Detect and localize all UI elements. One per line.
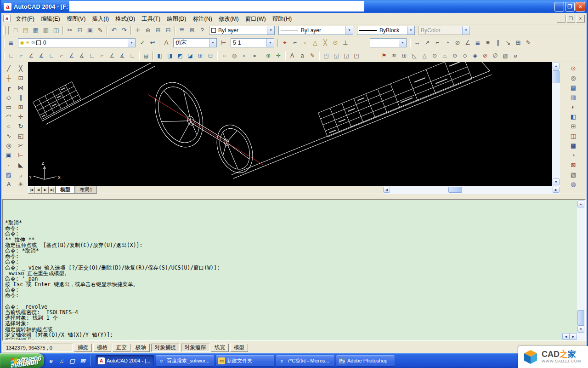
chevron-down-icon[interactable]: ▼ — [209, 39, 216, 47]
minimize-button[interactable]: _ — [554, 2, 564, 12]
layer-lock-icon[interactable]: ⊘ — [31, 40, 35, 45]
erase-icon[interactable]: ╳ — [16, 63, 26, 73]
trim-icon[interactable]: ✂ — [16, 141, 26, 150]
circle-icon[interactable]: ○ — [4, 121, 14, 131]
dim-aligned-icon[interactable]: ↗ — [422, 38, 432, 47]
triangle-icon[interactable]: △ — [419, 51, 430, 60]
otrack-toggle[interactable]: 对象追踪 — [181, 344, 209, 352]
snap-toggle[interactable]: 捕捉 — [74, 344, 92, 352]
circle-dot-icon[interactable]: ⊙ — [568, 63, 578, 73]
wireframe-3d-icon[interactable]: ◍ — [229, 51, 239, 60]
ucs-face-icon[interactable]: ∟ — [46, 51, 57, 60]
ucs-z-icon[interactable]: ∡ — [117, 51, 127, 60]
empty-style-dropdown[interactable]: ▼ — [370, 38, 407, 47]
mirror-icon[interactable]: ⋈ — [16, 83, 26, 92]
save-icon[interactable]: ▦ — [31, 26, 41, 35]
rows-icon[interactable]: ▤ — [568, 83, 578, 92]
empty-set-icon[interactable]: ∅ — [490, 51, 500, 60]
chevron-down-icon[interactable]: ▼ — [407, 26, 414, 34]
menu-item[interactable]: 视图(V) — [63, 15, 89, 23]
ellipse-icon[interactable]: ◎ — [4, 141, 14, 150]
model-toggle[interactable]: 模型 — [230, 344, 248, 352]
ucs-object-icon[interactable]: ∡ — [36, 51, 46, 60]
show-desktop-icon[interactable]: ▢ — [68, 356, 77, 365]
dim-angular-icon[interactable]: ∠ — [463, 38, 473, 47]
rotate-icon[interactable]: ↻ — [16, 121, 26, 131]
ucs-world-icon[interactable]: ⌐ — [16, 51, 26, 60]
close-button[interactable]: × — [576, 2, 585, 12]
hatch-box-icon[interactable]: ▧ — [568, 170, 578, 179]
scrollbar-thumb[interactable] — [577, 310, 584, 326]
ucs-apply-icon[interactable]: ∟ — [127, 51, 137, 60]
dim-edit-icon[interactable]: ✎ — [523, 38, 533, 47]
snap-from-icon[interactable]: ⌐ — [290, 38, 300, 47]
redo-icon[interactable]: ↷ — [119, 26, 129, 35]
tab-nav-button[interactable]: ◀ — [35, 186, 42, 194]
match-properties-icon[interactable]: ✎ — [95, 26, 105, 35]
paste-icon[interactable]: ▣ — [85, 26, 95, 35]
scale-icon[interactable]: ◱ — [16, 131, 26, 141]
tab-nav-button[interactable]: ▶ — [42, 186, 49, 194]
quarter-circle-icon[interactable]: ◔ — [568, 150, 578, 160]
polyline-icon[interactable]: ┏ — [4, 83, 14, 92]
layer-freeze-sun-icon[interactable]: ☀ — [26, 40, 30, 45]
scroll-left-icon[interactable]: ◀ — [562, 333, 570, 340]
lineweight-toggle[interactable]: 线宽 — [211, 344, 229, 352]
canvas-vertical-scrollbar[interactable]: ▲ ▼ — [552, 62, 560, 186]
pan-icon[interactable]: ✛ — [133, 26, 143, 35]
dim-baseline-icon[interactable]: ≡ — [483, 38, 493, 47]
start-button[interactable]: #f35325#81bc06#05a6f0#ffba08 开始 — [0, 353, 44, 368]
hidden-shade-icon[interactable]: ◐ — [239, 51, 249, 60]
flag-icon[interactable]: ⚑ — [379, 51, 389, 60]
circled-dot-icon[interactable]: ⊙ — [430, 51, 440, 60]
scroll-up-icon[interactable]: ▲ — [553, 63, 560, 69]
snap-intersection-icon[interactable]: ╳ — [320, 38, 330, 47]
layer-properties-icon[interactable]: ≣ — [6, 38, 16, 47]
canvas-horizontal-scrollbar[interactable]: ◀ ▶ — [383, 186, 560, 194]
solid-cylinder-icon[interactable]: ◲ — [341, 51, 351, 60]
viewport-4-icon[interactable]: ⊟ — [205, 51, 215, 60]
line-icon[interactable]: ╱ — [4, 63, 14, 73]
toolbar-grip[interactable] — [3, 26, 6, 34]
zoom-realtime-icon[interactable]: ⊕ — [143, 26, 153, 35]
dock-splitter[interactable] — [1, 194, 587, 198]
ucs-origin-icon[interactable]: ∠ — [67, 51, 77, 60]
dim-continue-icon[interactable]: ∥ — [493, 38, 503, 47]
mdi-document-icon[interactable]: a — [3, 15, 11, 22]
media-player-icon[interactable]: ♫ — [57, 356, 66, 365]
viewport-polygonal-icon[interactable]: ◨ — [165, 51, 175, 60]
menu-item[interactable]: 帮助(H) — [269, 15, 295, 23]
linetype-control-dropdown[interactable]: ByLayer ▼ — [278, 26, 353, 35]
fillet-icon[interactable]: ◞ — [16, 170, 26, 179]
ucs-previous-icon[interactable]: ∠ — [26, 51, 36, 60]
diamond-dot-icon[interactable]: ◈ — [470, 51, 480, 60]
designcenter-icon[interactable]: ⊠ — [187, 26, 197, 35]
boxed-x-icon[interactable]: ⊠ — [568, 160, 578, 170]
hatch-square-icon[interactable]: ▧ — [500, 51, 510, 60]
dim-style-dropdown[interactable]: 5-1 ▼ — [231, 38, 274, 47]
taskbar-task[interactable]: A AutoCAD 2004 - [... — [96, 355, 154, 366]
layer-on-bulb-icon[interactable]: ◉ — [20, 40, 24, 45]
dim-diameter-icon[interactable]: ⊘ — [452, 38, 463, 47]
diamond-icon[interactable]: ◇ — [460, 51, 470, 60]
layout-icon[interactable]: ▤ — [141, 51, 151, 60]
point-icon[interactable]: · — [4, 160, 14, 170]
split-square-icon[interactable]: ◫ — [568, 131, 578, 141]
grid-toggle[interactable]: 栅格 — [93, 344, 111, 352]
scroll-left-icon[interactable]: ◀ — [383, 187, 390, 193]
mtext-icon[interactable]: A — [287, 51, 297, 60]
shaded-circle-icon[interactable]: ◍ — [568, 179, 578, 189]
extend-icon[interactable]: ⊢ — [16, 150, 26, 160]
open-file-icon[interactable]: ▤ — [21, 26, 31, 35]
spline-icon[interactable]: ∿ — [4, 131, 14, 141]
lineweight-control-dropdown[interactable]: ByBlock ▼ — [357, 26, 415, 35]
polygon-icon[interactable]: ◇ — [4, 92, 14, 102]
mail-icon[interactable]: ✉ — [78, 356, 87, 365]
right-triangle-icon[interactable]: ◺ — [409, 51, 419, 60]
solid-cone-icon[interactable]: ◳ — [351, 51, 362, 60]
mtext-tool-icon[interactable]: A — [4, 179, 14, 189]
segment-icon[interactable]: ⌓ — [440, 51, 450, 60]
ie-icon[interactable]: e — [46, 356, 56, 365]
arc-icon[interactable]: ◠ — [4, 112, 14, 121]
scroll-down-icon[interactable]: ▼ — [553, 178, 560, 185]
